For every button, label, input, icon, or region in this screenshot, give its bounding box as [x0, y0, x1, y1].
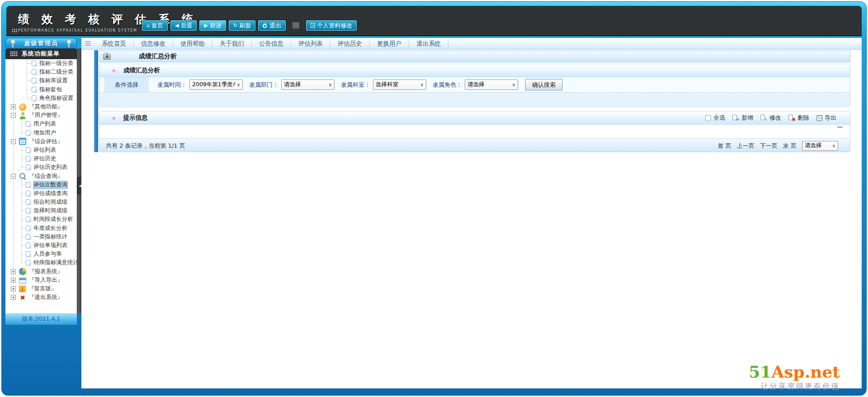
magnifier-icon [19, 173, 26, 180]
menu-item-eval-history[interactable]: 评估历史 [330, 40, 370, 48]
tree-item-participation-rate[interactable]: 人员参与率 [5, 250, 77, 258]
panel-toolbar: 全选 + 新增 ✎ 修改 ✖ 删除 导出 [705, 114, 850, 122]
next-page-link[interactable]: 下一页 [760, 142, 778, 150]
add-icon: + [732, 115, 739, 121]
menu-item-eval-list[interactable]: 评估列表 [291, 40, 330, 48]
delete-button[interactable]: ✖ 删除 [788, 114, 809, 122]
pagination-controls: 首 页 上一页 下一页 末 页 请选择 ∨ [718, 141, 850, 151]
logout-button[interactable]: 退出 [258, 20, 286, 31]
power-icon [263, 23, 268, 28]
file-icon [26, 260, 31, 266]
expand-plus-icon[interactable]: + [11, 286, 16, 291]
tree-item-eval-history[interactable]: 评估历史 [5, 154, 77, 163]
tree-item-select-time-score[interactable]: 选择时间成绩 [5, 206, 77, 215]
tree-category-exit-system[interactable]: +✖『退出系统』 [5, 293, 77, 302]
tree-connector [27, 72, 31, 72]
profile-edit-button[interactable]: 个人资料修改 [306, 20, 357, 31]
tree-item-eval-score-query[interactable]: 评估成绩查询 [5, 189, 77, 198]
role-select[interactable]: 请选择 ∨ [465, 79, 518, 90]
back-button[interactable]: ◀ 后退 [170, 20, 197, 31]
select-all-control[interactable]: 全选 [705, 114, 725, 122]
first-page-link[interactable]: 首 页 [718, 142, 731, 150]
tree-connector [22, 167, 25, 168]
export-button[interactable]: 导出 [816, 114, 836, 122]
edit-button[interactable]: ✎ 修改 [760, 114, 781, 122]
prev-page-link[interactable]: 上一页 [737, 142, 755, 150]
tree-item-label: 『综合评估』 [29, 138, 63, 145]
tree-category-import-export[interactable]: +『导入导出』 [5, 276, 77, 285]
watermark-brand-orange: Asp.net [771, 362, 840, 381]
export-button-label: 导出 [825, 114, 836, 122]
file-icon [26, 156, 31, 162]
tree-item-label: 评估成绩查询 [33, 190, 67, 197]
expand-plus-icon[interactable]: + [11, 269, 16, 274]
page-select[interactable]: 请选择 ∨ [802, 141, 838, 151]
expand-plus-icon[interactable]: + [11, 295, 16, 300]
office-select[interactable]: 选择科室 ∨ [373, 79, 426, 90]
tree-connector [22, 185, 25, 185]
tree-connector [22, 124, 25, 124]
tree-item-eval-history-list[interactable]: 评估历史列表 [5, 163, 77, 172]
tree-item-class1-indicator-stats[interactable]: 一类指标统计 [5, 233, 77, 241]
menu-item-info-edit[interactable]: 信息修改 [134, 40, 173, 48]
header-nav: ⌂ 首页 ◀ 后退 ▶ 前进 ↻ 刷新 退出 个人资料修改 [142, 20, 357, 31]
tree-category-user-management[interactable]: -『用户管理』 [5, 111, 77, 120]
collapse-minus-icon[interactable]: - [11, 139, 16, 144]
page-select-value: 请选择 [805, 142, 822, 149]
add-button[interactable]: + 新增 [732, 114, 753, 122]
tree-item-eval-count-query[interactable]: 评估次数查询 [5, 181, 77, 189]
tree-category-report-system[interactable]: +『报表系统』 [5, 267, 77, 276]
tree-item-user-list[interactable]: 用户列表 [5, 120, 77, 128]
tree-item-indicator-l1-class[interactable]: 指标一级分类 [5, 59, 77, 68]
menu-item-system-home[interactable]: 系统首页 [94, 40, 134, 48]
last-page-link[interactable]: 末 页 [783, 142, 797, 150]
tree-item-period-growth[interactable]: 时间段成长分析 [5, 215, 77, 224]
tree-item-role-indicator[interactable]: 角色指标设置 [5, 94, 77, 103]
select-all-checkbox[interactable] [705, 115, 711, 121]
menu-item-about[interactable]: 关于我们 [212, 40, 252, 48]
expand-plus-icon[interactable]: + [11, 278, 16, 283]
tree-connector [22, 219, 25, 220]
chevron-down-icon: ∨ [420, 82, 424, 87]
sidebar-role-tab: 超级管理员 [5, 38, 77, 48]
forward-button[interactable]: ▶ 前进 [199, 20, 226, 31]
tree-connector [27, 98, 31, 98]
collapse-minus-icon[interactable]: - [11, 174, 16, 179]
confirm-search-button[interactable]: 确认搜索 [525, 79, 562, 90]
tree-category-comprehensive-eval[interactable]: -『综合评估』 [5, 137, 77, 146]
home-button[interactable]: ⌂ 首页 [142, 20, 168, 31]
condition-label-cell: 条件选择 [104, 77, 149, 92]
tree-connector [22, 193, 25, 194]
menu-item-exit[interactable]: 退出系统 [409, 40, 448, 48]
refresh-button[interactable]: ↻ 刷新 [229, 20, 255, 31]
role-select-value: 请选择 [467, 81, 485, 89]
tree-item-indicator-library[interactable]: 指标库设置 [5, 76, 77, 85]
tree-item-annual-growth[interactable]: 年度成长分析 [5, 224, 77, 233]
tree-item-combined-time-score[interactable]: 组合时间成绩 [5, 198, 77, 206]
tree-connector [22, 254, 25, 254]
menu-item-help[interactable]: 使用帮助 [173, 40, 212, 48]
tree-item-indicator-package[interactable]: 指标套包 [5, 85, 77, 94]
tree-item-indicator-l2-class[interactable]: 指标二级分类 [5, 68, 77, 76]
tree-item-special-indicator-stats[interactable]: 特殊指标满意统计 [5, 258, 77, 267]
time-select[interactable]: 2009年第1季度考核 ∨ [189, 79, 243, 90]
back-arrow-icon: ◀ [175, 23, 179, 28]
tree-connector [22, 202, 25, 202]
menu-item-switch-user[interactable]: 更换用户 [370, 40, 409, 48]
tree-item-label: 『用户管理』 [29, 112, 63, 119]
tree-item-add-user[interactable]: 增加用户 [5, 129, 77, 137]
menu-item-announcements[interactable]: 公告信息 [252, 40, 291, 48]
expand-plus-icon[interactable]: + [11, 104, 16, 109]
tree-category-message-board[interactable]: +『留言版』 [5, 285, 77, 293]
tree-item-label: 角色指标设置 [39, 94, 73, 102]
tree-item-label: 评估单项列表 [33, 242, 67, 249]
tree-item-eval-list[interactable]: 评估列表 [5, 146, 77, 154]
collapse-minus-icon[interactable]: - [11, 113, 16, 118]
department-select[interactable]: 请选择 ∨ [281, 79, 335, 90]
watermark-brand: 51Asp.net [749, 363, 840, 380]
content-accent-bar [94, 50, 98, 152]
camera-icon [103, 54, 111, 60]
tree-category-other-functions[interactable]: +『其他功能』 [5, 103, 77, 111]
tree-category-comprehensive-query[interactable]: -『综合查询』 [5, 172, 77, 180]
tree-item-eval-single-list[interactable]: 评估单项列表 [5, 241, 77, 250]
